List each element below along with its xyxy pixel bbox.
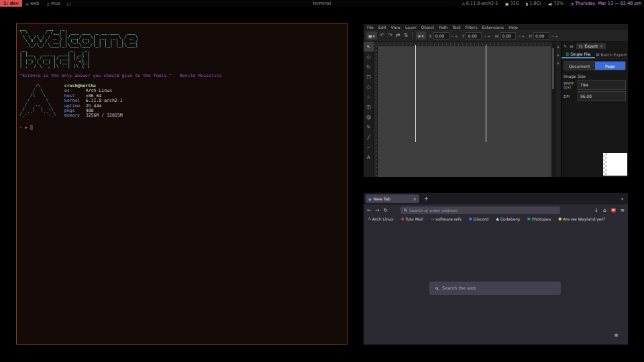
home-icon[interactable]: ⌂ (603, 207, 606, 213)
stepper-buttons[interactable]: −+ (517, 34, 525, 38)
menu-extensions[interactable]: Extensions (482, 25, 504, 29)
workspace-web[interactable]: ◎ web (22, 0, 43, 7)
stepper-buttons[interactable]: −+ (551, 34, 559, 38)
extension-icon[interactable] (611, 208, 616, 213)
export-area-switch: Document Page (564, 61, 626, 70)
w-input[interactable]: 0.00 (500, 32, 516, 40)
pen-tool[interactable]: ╱ (364, 132, 374, 142)
terminal-window[interactable]: __ __ _ \ \ / /__| | ___ ___ _ __ ___ __… (16, 23, 347, 345)
select-mode-button[interactable]: ▦ ▾ (366, 32, 377, 40)
close-tab-icon[interactable]: × (413, 196, 417, 202)
download-icon[interactable]: ↓ (594, 207, 598, 213)
selector-tool[interactable]: ↖ (364, 42, 374, 52)
new-tab-page: Search the web ✱ (364, 222, 628, 345)
bookmark-tuta-mail[interactable]: ● Tuta Mail (400, 217, 423, 221)
canvas[interactable] (378, 46, 551, 177)
workspace-label: mus (51, 1, 60, 6)
x-input[interactable]: 0.00 (433, 32, 449, 40)
bookmark-discord[interactable]: ● Discord (469, 217, 488, 221)
list-tabs-icon[interactable]: ▾ (621, 196, 623, 201)
disk-value: 31G (510, 1, 519, 6)
kernel-status: Λ 6.11.8-arch2-1 (462, 1, 498, 6)
h-input[interactable]: 0.00 (533, 32, 549, 40)
browser-window[interactable]: ◉ New Tab × + ▾ ← → ↻ Search or enter ad… (364, 193, 628, 345)
flip-horizontal-icon[interactable]: ⇄ (396, 33, 400, 38)
volume-status: ◄) 72% (547, 1, 563, 6)
new-tab-button[interactable]: + (424, 196, 429, 202)
bookmark-arch-linux[interactable]: Λ Arch Linux (368, 217, 393, 221)
menu-file[interactable]: File (367, 25, 374, 29)
export-preview-page (607, 153, 627, 176)
box-tool[interactable]: ◫ (364, 102, 374, 112)
snap-option-icon[interactable]: ▪ (557, 53, 559, 57)
layers-icon[interactable]: ▤ (570, 44, 574, 48)
stepper-buttons[interactable]: −+ (483, 34, 491, 38)
batch-export-tab[interactable]: ▤ Batch Export (595, 50, 629, 58)
settings-gear-icon[interactable]: ✱ (614, 333, 619, 339)
menu-path[interactable]: Path (439, 25, 447, 29)
export-tab[interactable]: ◳ Export × (576, 43, 606, 49)
globe-favicon-icon: ◉ (368, 197, 372, 201)
inkscape-window[interactable]: File Edit View Layer Object Path Text Fi… (364, 24, 628, 177)
bookmark-codeberg[interactable]: ▲ Codeberg (496, 217, 519, 221)
bookmark-photopea[interactable]: ▣ Photopea (527, 217, 551, 221)
reload-button[interactable]: ↻ (384, 207, 388, 213)
menu-filters[interactable]: Filters (466, 25, 478, 29)
menu-layer[interactable]: Layer (405, 25, 417, 29)
arch-icon: Λ (368, 217, 371, 221)
width-input[interactable]: 794 (578, 80, 626, 90)
flip-vertical-icon[interactable]: ⇅ (404, 33, 409, 38)
ellipse-tool[interactable]: ○ (364, 82, 374, 92)
pencil-tool[interactable]: ✎ (364, 122, 374, 132)
menu-icon[interactable]: ≡ (621, 207, 625, 213)
node-tool[interactable]: ◇ (364, 52, 374, 62)
bookmark-folder-software-refs[interactable]: ▭ software refs (431, 217, 462, 221)
stepper-buttons[interactable]: −+ (451, 34, 459, 38)
discord-icon: ● (469, 217, 472, 221)
snap-option-icon[interactable]: ▪ (557, 45, 559, 49)
address-placeholder: Search or enter address (409, 208, 458, 213)
single-file-tab[interactable]: ▥ Single File (561, 50, 595, 58)
bookmark-are-we-wayland-yet[interactable]: ● Are we Wayland yet? (558, 217, 605, 221)
text-tool[interactable]: A (364, 152, 374, 162)
prompt-path: ~ (19, 125, 22, 130)
memory-status: ▮ 1.8Gi (526, 1, 541, 6)
menu-help[interactable]: Help (508, 25, 518, 29)
dpi-input[interactable]: 96.00 (578, 91, 626, 101)
close-icon[interactable]: × (600, 44, 603, 48)
workspace-empty[interactable]: □ (64, 0, 74, 7)
shell-prompt[interactable]: ~ ▶ (19, 125, 344, 130)
navigation-bar: ← → ↻ Search or enter address ↓ ⌂ ≡ (364, 204, 628, 215)
workspace-music[interactable]: ♫ mus (42, 0, 63, 7)
ascii-banner: __ __ _ \ \ / /__| | ___ ___ _ __ ___ __… (19, 26, 344, 68)
workspace-dev[interactable]: 1: dev (0, 0, 22, 7)
calligraphy-tool[interactable]: ~ (364, 142, 374, 152)
snap-button[interactable]: # ▾ (416, 32, 426, 40)
status-bar: 1: dev ◎ web ♫ mus □ terminal Λ 6.11.8-a… (0, 0, 644, 7)
back-button[interactable]: ← (367, 207, 371, 213)
export-icon: ◳ (579, 44, 583, 48)
edit-icon[interactable]: ✎ (564, 44, 567, 48)
snap-option-icon[interactable]: ▪ (557, 61, 559, 65)
star-tool[interactable]: ☆ (364, 92, 374, 102)
rectangle-tool[interactable]: □ (364, 72, 374, 82)
workspace-switcher: 1: dev ◎ web ♫ mus □ (0, 0, 74, 7)
y-input[interactable]: 0.00 (466, 32, 482, 40)
page-button[interactable]: Page (595, 62, 626, 70)
rotate-cw-icon[interactable]: ↷ (388, 33, 392, 38)
web-search-input[interactable]: Search the web (429, 282, 561, 295)
menu-edit[interactable]: Edit (378, 25, 386, 29)
menu-view[interactable]: View (391, 25, 400, 29)
rotate-ccw-icon[interactable]: ↶ (380, 33, 385, 38)
menu-text[interactable]: Text (452, 25, 460, 29)
spiral-tool[interactable]: @ (364, 112, 374, 122)
photopea-icon: ▣ (527, 217, 531, 221)
export-mode-tabs: ▥ Single File ▤ Batch Export (561, 50, 628, 59)
document-button[interactable]: Document (564, 62, 595, 70)
address-bar[interactable]: Search or enter address (400, 206, 560, 214)
shape-builder-tool[interactable]: ↻ (364, 62, 374, 72)
forward-button[interactable]: → (375, 207, 379, 213)
browser-tab[interactable]: ◉ New Tab × (366, 194, 419, 203)
menu-object[interactable]: Object (421, 25, 435, 29)
scrollbar-thumb[interactable] (552, 48, 554, 89)
